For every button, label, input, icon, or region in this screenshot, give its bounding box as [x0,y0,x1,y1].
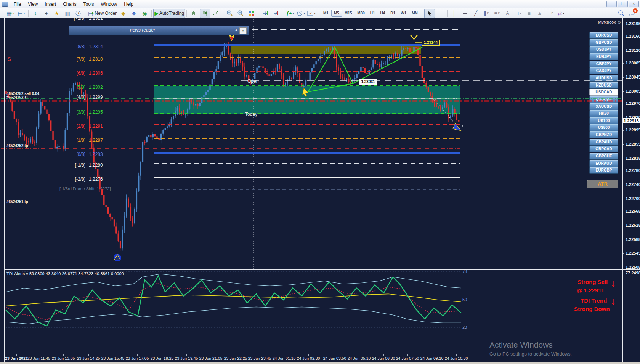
line-chart-button[interactable] [210,9,221,18]
rectangle-tool[interactable]: ■ [524,9,534,18]
indicators-button[interactable]: ƒ+▾ [285,9,295,18]
timeframe-w1[interactable]: W1 [398,10,409,17]
auto-scroll-button[interactable] [260,9,271,18]
trendline-tool[interactable]: ╱ [470,9,481,18]
timeframe-m1[interactable]: M1 [321,10,331,17]
symbol-button-eurjpy[interactable]: EURJPY [589,53,618,60]
chat-button[interactable]: 5 [626,9,637,18]
cursor-tool-button[interactable] [424,9,435,18]
symbol-button-usdjpy[interactable]: USDJPY [589,46,618,53]
myfxbook-watermark: Myfxbook ☺ [598,20,621,24]
fibonacci-tool[interactable]: ≡F [492,9,502,18]
menu-window[interactable]: Window [98,0,121,8]
symbol-button-eurusd[interactable]: EURUSD [589,32,618,39]
periods-button[interactable]: ▾ [295,9,306,18]
new-order-label: New Order [95,11,117,16]
symbol-button-cadjpy[interactable]: CADJPY [589,67,618,74]
price-axis-label: 1.22855 [626,142,640,146]
symbol-button-audusd[interactable]: AUDUSD [589,75,618,82]
signals-button[interactable]: ◉ [139,9,150,18]
symbol-button-gbpaud[interactable]: GBPAUD [589,139,618,146]
minimize-button[interactable]: – [606,1,617,7]
timeframe-m5[interactable]: M5 [331,10,342,17]
news-reader-window[interactable]: news reader ▲ × [69,26,249,35]
news-close-button[interactable]: × [239,27,247,34]
time-axis-tick [162,354,162,356]
tile-windows-button[interactable] [246,9,257,18]
timeframe-h4[interactable]: H4 [378,10,388,17]
vertical-line-tool[interactable]: │ [449,9,460,18]
time-axis-label: 23 Jun 23:45 [248,356,271,361]
fibo-channel-tool[interactable]: ≈F [545,9,556,18]
symbol-button-gbpjpy[interactable]: GBPJPY [589,61,618,67]
horizontal-line-tool[interactable]: ─ [460,9,470,18]
symbol-button-us500[interactable]: US500 [589,124,618,131]
restore-button[interactable]: ❐ [618,1,628,7]
community-button[interactable]: ☻ [128,9,139,18]
candlestick-button[interactable] [200,9,210,18]
text-tool[interactable]: A [502,9,513,18]
symbol-button-hk50[interactable]: HK50 [589,110,618,117]
profiles-button[interactable]: ▤▾ [16,9,27,18]
symbol-button-gbpusd[interactable]: GBPUSD [589,39,618,46]
crosshair-tool-button[interactable] [435,9,446,18]
strategy-tester-button[interactable] [73,9,83,18]
symbol-button-gbpchf[interactable]: GBPCHF [589,153,618,160]
menu-charts[interactable]: Charts [59,0,80,8]
navigator-button[interactable]: ★ [51,9,62,18]
market-watch-button[interactable]: ↕ [30,9,41,18]
symbol-button-euraud[interactable]: EURAUD [589,160,618,167]
menu-view[interactable]: View [24,0,41,8]
data-window-button[interactable]: + [41,9,51,18]
menu-help[interactable]: Help [120,0,137,8]
price-axis-label: 1.23045 [626,75,640,79]
timeframe-h1[interactable]: H1 [367,10,378,17]
autotrading-button[interactable]: ▶AutoTrading [153,9,185,18]
price-axis-label: 1.22780 [626,168,640,173]
chart-shift-button[interactable] [271,9,281,18]
menu-tools[interactable]: Tools [80,0,98,8]
price-tag-23144[interactable]: 1.23144 [422,40,440,46]
search-button[interactable] [616,9,626,18]
murrey-level-label: [7/8]1.2310 [67,56,103,62]
menu-insert[interactable]: Insert [41,0,59,8]
timeframe-m30[interactable]: M30 [354,10,367,17]
symbol-button-usdcad[interactable]: USDCAD [589,89,618,96]
price-tag-23031[interactable]: 1.23031 [359,79,377,85]
symbol-button-xauusd[interactable]: XAUUSD [589,103,618,110]
price-axis-border [622,18,623,362]
terminal-button[interactable]: ▥ [62,9,73,18]
zoom-in-button[interactable] [225,9,235,18]
templates-button[interactable]: ▾ [306,9,317,18]
new-chart-button[interactable]: ▦+▾ [5,9,16,18]
channel-tool[interactable]: ∥E [481,9,492,18]
atr-button[interactable]: ATR [587,180,618,188]
symbol-button-uk100[interactable]: UK100 [589,117,618,124]
current-price-box: 1.22913 [623,118,640,123]
down-arrow-icon: ↓ [611,277,616,289]
bar-chart-button[interactable] [189,9,200,18]
symbol-button-nzdusd[interactable]: NZDUSD [589,82,618,89]
time-axis-label: 24 Jun 01:10 [273,356,296,361]
person-icon: ☻ [131,11,137,16]
time-axis-tick [284,354,284,356]
triangle-tool[interactable]: ▲ [534,9,545,18]
collapse-icon[interactable]: ▲ [234,28,238,32]
toolbar-grip[interactable] [3,10,4,17]
timeframe-d1[interactable]: D1 [388,10,398,17]
close-button[interactable]: × [629,1,639,7]
price-axis-label: 1.23005 [626,89,640,93]
text-label-tool[interactable]: T [513,9,524,18]
menu-file[interactable]: File [10,0,24,8]
new-order-button[interactable]: ▤+New Order [87,9,118,18]
metaquotes-button[interactable]: ◆ [118,9,128,18]
timeframe-m15[interactable]: M15 [342,10,354,17]
timeframe-mn[interactable]: MN [409,10,420,17]
symbol-button-usdchf[interactable]: USDCHF [589,96,618,103]
zoom-out-button[interactable] [235,9,246,18]
arrows-tool[interactable]: ⇄▾ [556,9,566,18]
symbol-button-gbpcad[interactable]: GBPCAD [589,146,618,152]
symbol-button-eurgbp[interactable]: EURGBP [589,167,618,174]
order-label: #6524252 sl [6,95,28,99]
symbol-button-gbpnzd[interactable]: GBPNZD [589,131,618,138]
